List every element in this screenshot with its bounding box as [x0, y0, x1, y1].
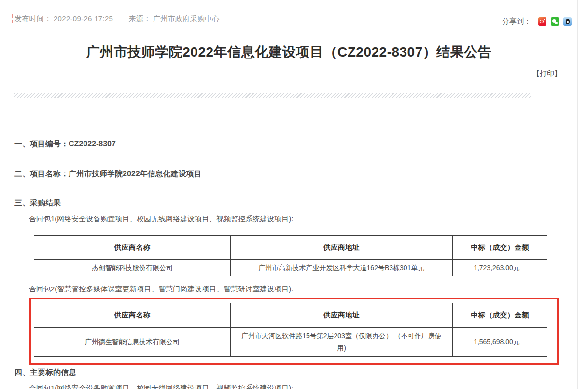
supplier-address-cell: 广州市高新技术产业开发区科学大道162号B3栋301单元 — [231, 260, 453, 276]
meta-divider-line — [14, 30, 577, 30]
table-header-row: 供应商名称 供应商地址 中标（成交）金额 — [34, 303, 547, 328]
wechat-share-icon[interactable] — [551, 17, 559, 26]
page-title: 广州市技师学院2022年信息化建设项目（CZ2022-8307）结果公告 — [0, 43, 578, 61]
table-row: 广州德生智能信息技术有限公司 广州市天河区软件路15号第2层203室（仅限办公）… — [34, 328, 547, 357]
table-row: 杰创智能科技股份有限公司 广州市高新技术产业开发区科学大道162号B3栋301单… — [34, 260, 547, 276]
section-project-name: 二、项目名称：广州市技师学院2022年信息化建设项目 — [14, 169, 202, 179]
package1-table: 供应商名称 供应商地址 中标（成交）金额 杰创智能科技股份有限公司 广州市高新技… — [34, 235, 547, 276]
package2-intro: 合同包2(智慧管控多媒体课室更新项目、智慧门岗建设项目、智慧研讨室建设项目): — [29, 285, 294, 294]
source-value: 广州市政府采购中心 — [153, 14, 220, 23]
supplier-name-cell: 广州德生智能信息技术有限公司 — [34, 328, 231, 357]
publish-time-label: 发布时间： — [14, 14, 52, 23]
red-artifact-mark — [12, 20, 13, 23]
col-supplier-name: 供应商名称 — [34, 303, 231, 328]
award-amount-cell: 1,565,698.00元 — [453, 328, 547, 357]
package2-table: 供应商名称 供应商地址 中标（成交）金额 广州德生智能信息技术有限公司 广州市天… — [34, 303, 547, 357]
award-amount-cell: 1,723,263.00元 — [453, 260, 547, 276]
meta-bar: 发布时间： 2022-09-26 17:25 来源： 广州市政府采购中心 — [14, 14, 233, 24]
col-award-amount: 中标（成交）金额 — [453, 303, 547, 328]
col-supplier-name: 供应商名称 — [34, 236, 231, 260]
announcement-page: 发布时间： 2022-09-26 17:25 来源： 广州市政府采购中心 分享到… — [0, 0, 588, 389]
table-header-row: 供应商名称 供应商地址 中标（成交）金额 — [34, 236, 547, 260]
supplier-address-cell: 广州市天河区软件路15号第2层203室（仅限办公） （不可作厂房使用) — [231, 328, 453, 357]
hatched-divider — [14, 93, 531, 98]
clipped-bottom-line: 合同包1(网络安全设备购置项目、校园无线网络建设项目、视频监控系统建设项目): — [29, 384, 294, 389]
share-bar: 分享到： — [502, 17, 572, 26]
print-button[interactable]: 【打印】 — [532, 69, 561, 78]
red-artifact-mark — [12, 14, 13, 18]
section-project-number: 一、项目编号：CZ2022-8307 — [14, 139, 116, 149]
package1-intro: 合同包1(网络安全设备购置项目、校园无线网络建设项目、视频监控系统建设项目): — [29, 215, 294, 224]
supplier-name-cell: 杰创智能科技股份有限公司 — [34, 260, 231, 276]
section-procurement-result: 三、采购结果 — [14, 198, 61, 208]
col-award-amount: 中标（成交）金额 — [453, 236, 547, 260]
weibo-share-icon[interactable] — [538, 17, 546, 26]
col-supplier-address: 供应商地址 — [231, 236, 453, 260]
qq-share-icon[interactable] — [563, 17, 572, 26]
section-main-subject-info: 四、主要标的信息 — [14, 368, 76, 378]
col-supplier-address: 供应商地址 — [231, 303, 453, 328]
source-label: 来源： — [129, 14, 151, 23]
share-to-label: 分享到： — [502, 17, 531, 26]
publish-time-value: 2022-09-26 17:25 — [54, 14, 113, 23]
